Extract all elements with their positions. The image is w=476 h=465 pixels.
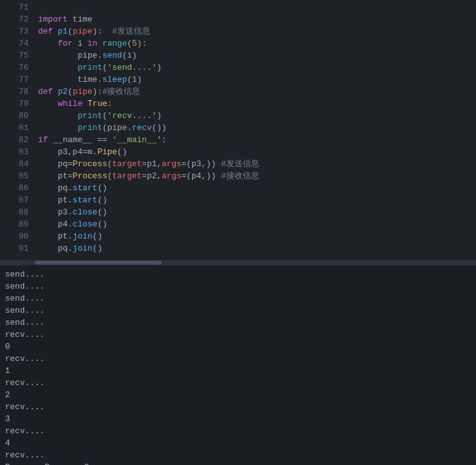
terminal-line: recv.... — [5, 329, 471, 341]
code-line: p4.close() — [38, 218, 476, 230]
terminal-line: Process Process-2: — [5, 461, 471, 465]
code-line: pq.start() — [38, 182, 476, 194]
code-line: pipe.send(i) — [38, 49, 476, 62]
line-number: 82 — [0, 134, 29, 146]
terminal-line: recv.... — [5, 425, 471, 437]
code-line: print(pipe.recv()) — [38, 122, 476, 134]
terminal-line: send.... — [5, 268, 471, 280]
line-number: 78 — [0, 86, 29, 98]
line-number: 84 — [0, 158, 29, 170]
line-number: 86 — [0, 182, 29, 194]
line-number: 76 — [0, 62, 29, 74]
line-number: 77 — [0, 74, 29, 86]
terminal-line: send.... — [5, 292, 471, 305]
line-number: 73 — [0, 25, 29, 37]
terminal-line: send.... — [5, 280, 471, 292]
code-line: pt.join() — [38, 230, 476, 242]
code-line: def p2(pipe):#接收信息 — [38, 86, 476, 98]
line-number: 87 — [0, 194, 29, 206]
code-line: while True: — [38, 98, 476, 110]
line-number: 71 — [0, 1, 29, 13]
code-line: if __name__ == '__main__': — [38, 134, 476, 146]
code-content[interactable]: import timedef p1(pipe): #发送信息 for i in … — [35, 0, 476, 260]
line-number: 90 — [0, 230, 29, 242]
code-line: time.sleep(1) — [38, 74, 476, 86]
editor-container: 7172737475767778798081828384858687888990… — [0, 0, 476, 260]
terminal-line: 0 — [5, 341, 471, 353]
line-number: 80 — [0, 110, 29, 122]
terminal-line: recv.... — [5, 377, 471, 389]
line-number: 85 — [0, 170, 29, 182]
terminal-line: recv.... — [5, 401, 471, 413]
terminal-line: 2 — [5, 389, 471, 401]
line-number: 83 — [0, 146, 29, 158]
line-number: 89 — [0, 218, 29, 230]
terminal-line: recv.... — [5, 353, 471, 365]
terminal-line: recv.... — [5, 449, 471, 461]
code-line: for i in range(5): — [38, 37, 476, 49]
code-line: p3,p4=m.Pipe() — [38, 146, 476, 158]
terminal-line: 3 — [5, 413, 471, 425]
code-line: print('recv....') — [38, 110, 476, 122]
terminal-line: send.... — [5, 305, 471, 317]
line-numbers: 7172737475767778798081828384858687888990… — [0, 0, 35, 260]
line-number: 72 — [0, 13, 29, 25]
code-line: pq.join() — [38, 242, 476, 254]
scrollbar-area[interactable] — [0, 260, 476, 265]
code-line: def p1(pipe): #发送信息 — [38, 25, 476, 37]
terminal-line: 4 — [5, 437, 471, 449]
line-number: 81 — [0, 122, 29, 134]
terminal-line: 1 — [5, 365, 471, 377]
line-number: 74 — [0, 37, 29, 49]
line-number: 79 — [0, 98, 29, 110]
code-line — [38, 1, 476, 13]
code-line: import time — [38, 13, 476, 25]
terminal-container: send....send....send....send....send....… — [0, 265, 476, 465]
code-line: p3.close() — [38, 206, 476, 218]
code-line: pt=Process(target=p2,args=(p4,)) #接收信息 — [38, 170, 476, 182]
code-line: pt.start() — [38, 194, 476, 206]
scrollbar-thumb[interactable] — [35, 261, 162, 265]
code-line: print('send....') — [38, 62, 476, 74]
line-number: 91 — [0, 242, 29, 254]
line-number: 75 — [0, 49, 29, 62]
code-line: pq=Process(target=p1,args=(p3,)) #发送信息 — [38, 158, 476, 170]
terminal-line: send.... — [5, 317, 471, 329]
line-number: 88 — [0, 206, 29, 218]
